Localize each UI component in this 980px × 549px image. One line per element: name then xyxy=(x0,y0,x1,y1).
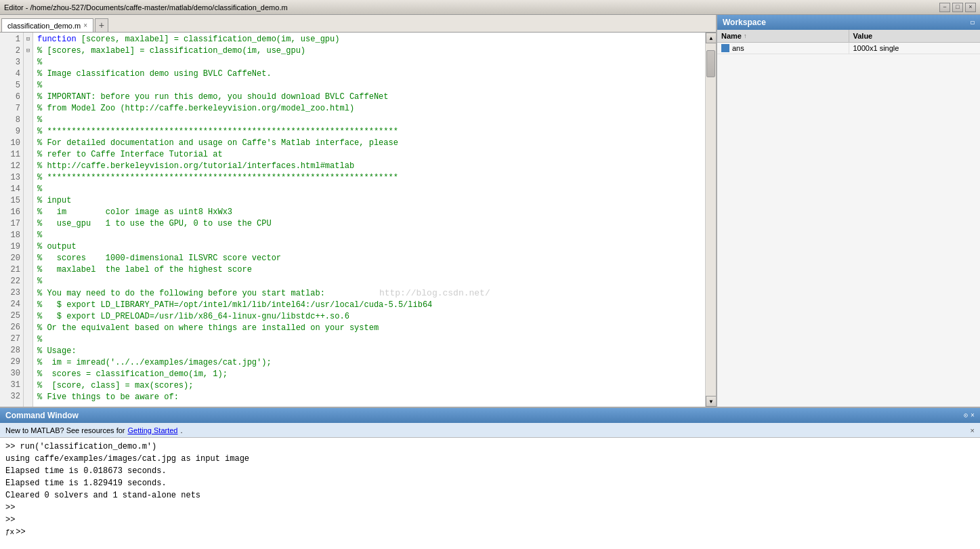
editor-tab[interactable]: classification_demo.m × xyxy=(1,18,93,32)
fold-column: ⊟⊟ xyxy=(24,33,33,407)
code-line: % output xyxy=(33,241,705,253)
command-line: Elapsed time is 1.829419 seconds. xyxy=(5,477,975,489)
code-line: % scores = classification_demo(im, 1); xyxy=(33,369,705,380)
code-area: 1234567891011121314151617181920212223242… xyxy=(0,33,716,407)
getting-started-link[interactable]: Getting Started xyxy=(127,426,177,434)
scroll-track[interactable] xyxy=(706,43,716,396)
command-window-header: Command Window ⊙ × xyxy=(0,408,980,423)
code-line: % xyxy=(33,184,705,195)
command-window-content[interactable]: >> run('classification_demo.m')using caf… xyxy=(0,438,980,549)
code-line: function [scores, maxlabel] = classifica… xyxy=(33,34,705,45)
fold-icon[interactable]: ⊟ xyxy=(24,45,33,57)
code-line: % $ export LD_LIBRARY_PATH=/opt/intel/mk… xyxy=(33,300,705,311)
line-number: 18 xyxy=(3,230,20,241)
code-line: % **************************************… xyxy=(33,126,705,138)
cmd-close-button[interactable]: × xyxy=(971,412,975,420)
line-number: 17 xyxy=(3,218,20,230)
sort-arrow-icon: ↑ xyxy=(744,33,747,39)
code-line: % xyxy=(33,334,705,346)
workspace-expand-button[interactable]: ◻ xyxy=(971,18,975,26)
line-number: 5 xyxy=(3,80,20,92)
line-number: 7 xyxy=(3,103,20,115)
code-line: % refer to Caffe Interface Tutorial at xyxy=(33,149,705,161)
workspace-name-header[interactable]: Name ↑ xyxy=(717,30,849,42)
code-content[interactable]: function [scores, maxlabel] = classifica… xyxy=(33,33,705,407)
close-button[interactable]: × xyxy=(965,3,976,12)
line-number: 14 xyxy=(3,184,20,195)
title-bar-buttons: − □ × xyxy=(939,3,976,12)
workspace-var-icon xyxy=(721,44,729,52)
code-line: % maxlabel the label of the highest scor… xyxy=(33,264,705,276)
workspace-rows: ans 1000x1 single xyxy=(717,43,980,54)
code-line: % [scores, maxlabel] = classification_de… xyxy=(33,45,705,57)
line-number: 11 xyxy=(3,149,20,161)
line-numbers: 1234567891011121314151617181920212223242… xyxy=(0,33,24,407)
line-number: 30 xyxy=(3,368,20,380)
line-number: 12 xyxy=(3,161,20,172)
code-line: % IMPORTANT: before you run this demo, y… xyxy=(33,92,705,103)
command-line: >> run('classification_demo.m') xyxy=(5,441,975,453)
line-number: 29 xyxy=(3,357,20,368)
line-number: 21 xyxy=(3,264,20,276)
code-line: % im color image as uint8 HxWx3 xyxy=(33,207,705,218)
code-line: % xyxy=(33,276,705,287)
line-number: 13 xyxy=(3,172,20,184)
cmd-info-close-button[interactable]: × xyxy=(971,426,975,434)
code-line: % from Model Zoo (http://caffe.berkeleyv… xyxy=(33,103,705,115)
code-line: % use_gpu 1 to use the GPU, 0 to use the… xyxy=(33,218,705,230)
line-number: 4 xyxy=(3,68,20,80)
title-bar: Editor - /home/zhou-527/Documents/caffe-… xyxy=(0,0,980,15)
command-line: >> xyxy=(5,514,975,526)
add-tab-button[interactable]: + xyxy=(95,18,108,32)
line-number: 10 xyxy=(3,138,20,149)
workspace-table-header: Name ↑ Value xyxy=(717,30,980,43)
line-number: 25 xyxy=(3,310,20,322)
cmd-expand-button[interactable]: ⊙ xyxy=(964,411,968,420)
workspace-title: Workspace xyxy=(723,18,766,27)
line-number: 1 xyxy=(3,34,20,45)
line-number: 31 xyxy=(3,380,20,391)
code-line: % input xyxy=(33,195,705,207)
prompt-text: >> xyxy=(16,526,25,538)
cmd-info-bar: New to MATLAB? See resources for Getting… xyxy=(0,423,980,438)
line-number: 8 xyxy=(3,115,20,126)
command-window-title: Command Window xyxy=(5,411,79,420)
workspace-value-header[interactable]: Value xyxy=(849,30,981,42)
workspace-header: Workspace ◻ xyxy=(717,15,980,30)
line-number: 19 xyxy=(3,241,20,253)
code-line: % Image classification demo using BVLC C… xyxy=(33,68,705,80)
workspace-cell-value: 1000x1 single xyxy=(849,43,981,54)
fold-icon[interactable]: ⊟ xyxy=(24,34,33,45)
line-number: 27 xyxy=(3,333,20,345)
code-line: % xyxy=(33,80,705,92)
line-number: 28 xyxy=(3,345,20,357)
minimize-button[interactable]: − xyxy=(939,3,950,12)
line-number: 15 xyxy=(3,195,20,207)
line-number: 23 xyxy=(3,287,20,299)
line-number: 26 xyxy=(3,322,20,333)
code-line: % You may need to do the following befor… xyxy=(33,287,705,300)
code-line: % xyxy=(33,230,705,241)
scroll-thumb[interactable] xyxy=(706,50,715,77)
workspace-row[interactable]: ans 1000x1 single xyxy=(717,43,980,54)
line-number: 9 xyxy=(3,126,20,138)
keyword-span: function xyxy=(37,35,77,44)
workspace-table: Name ↑ Value ans 1000x1 single xyxy=(717,30,980,407)
line-number: 2 xyxy=(3,45,20,57)
workspace-panel: Workspace ◻ Name ↑ Value ans 1000x1 sing… xyxy=(717,15,980,407)
code-line: % $ export LD_PRELOAD=/usr/lib/x86_64-li… xyxy=(33,311,705,323)
vertical-scrollbar[interactable]: ▲ ▼ xyxy=(705,33,716,407)
code-line: % http://caffe.berkeleyvision.org/tutori… xyxy=(33,161,705,172)
cmd-info-text: New to MATLAB? See resources for xyxy=(5,426,125,434)
tab-label: classification_demo.m xyxy=(7,22,81,30)
maximize-button[interactable]: □ xyxy=(952,3,963,12)
tab-close-icon[interactable]: × xyxy=(83,22,87,29)
line-number: 16 xyxy=(3,207,20,218)
command-line: Cleared 0 solvers and 1 stand-alone nets xyxy=(5,489,975,502)
line-number: 20 xyxy=(3,253,20,264)
scroll-up-button[interactable]: ▲ xyxy=(706,33,716,43)
workspace-cell-name: ans xyxy=(717,43,849,54)
line-number: 32 xyxy=(3,391,20,403)
command-prompt[interactable]: ƒx >> xyxy=(5,526,975,538)
scroll-down-button[interactable]: ▼ xyxy=(706,396,716,407)
